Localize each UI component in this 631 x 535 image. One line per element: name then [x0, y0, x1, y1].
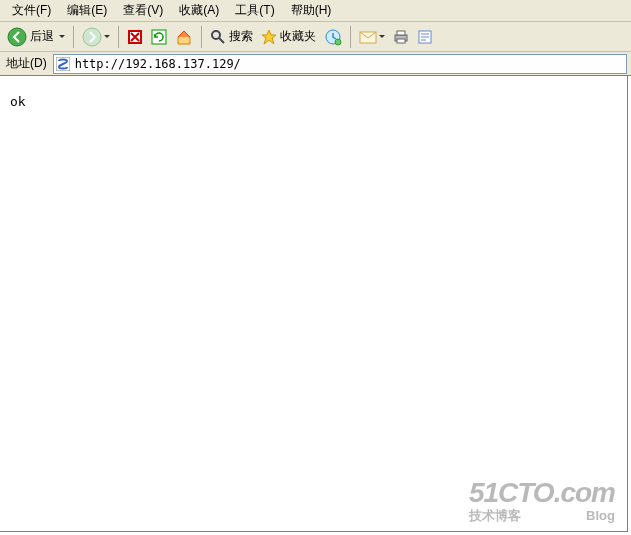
- search-button[interactable]: 搜索: [207, 25, 256, 49]
- watermark: 51CTO.com 技术博客 Blog: [469, 478, 615, 523]
- mail-button[interactable]: [356, 25, 388, 49]
- history-button[interactable]: [321, 25, 345, 49]
- refresh-button[interactable]: [148, 25, 170, 49]
- toolbar-separator: [118, 26, 119, 48]
- star-icon: [261, 29, 277, 45]
- back-button[interactable]: 后退: [4, 25, 68, 49]
- refresh-icon: [151, 29, 167, 45]
- back-dropdown-icon: [59, 35, 65, 38]
- forward-button[interactable]: [79, 25, 113, 49]
- svg-line-5: [219, 38, 224, 43]
- toolbar-separator: [350, 26, 351, 48]
- back-label: 后退: [30, 28, 54, 45]
- home-button[interactable]: [172, 25, 196, 49]
- svg-rect-3: [152, 30, 166, 44]
- menu-bar: 文件(F) 编辑(E) 查看(V) 收藏(A) 工具(T) 帮助(H): [0, 0, 631, 22]
- print-icon: [393, 29, 409, 45]
- svg-point-7: [335, 39, 341, 45]
- svg-rect-10: [397, 31, 405, 35]
- menu-view[interactable]: 查看(V): [115, 0, 171, 21]
- forward-icon: [82, 27, 102, 47]
- search-label: 搜索: [229, 28, 253, 45]
- favorites-button[interactable]: 收藏夹: [258, 25, 319, 49]
- edit-button[interactable]: [414, 25, 436, 49]
- mail-dropdown-icon: [379, 35, 385, 38]
- toolbar: 后退 搜索 收藏夹: [0, 22, 631, 52]
- history-icon: [324, 28, 342, 46]
- page-body-text: ok: [10, 94, 26, 109]
- back-icon: [7, 27, 27, 47]
- page-content: ok: [0, 76, 628, 532]
- mail-icon: [359, 29, 377, 45]
- stop-icon: [127, 29, 143, 45]
- favorites-label: 收藏夹: [280, 28, 316, 45]
- toolbar-separator: [73, 26, 74, 48]
- menu-file[interactable]: 文件(F): [4, 0, 59, 21]
- forward-dropdown-icon: [104, 35, 110, 38]
- stop-button[interactable]: [124, 25, 146, 49]
- menu-help[interactable]: 帮助(H): [283, 0, 340, 21]
- watermark-sub-left: 技术博客: [469, 509, 521, 523]
- svg-rect-11: [397, 39, 405, 43]
- svg-point-4: [212, 31, 220, 39]
- menu-tools[interactable]: 工具(T): [227, 0, 282, 21]
- svg-point-1: [83, 28, 101, 46]
- toolbar-separator: [201, 26, 202, 48]
- print-button[interactable]: [390, 25, 412, 49]
- address-bar: 地址(D): [0, 52, 631, 76]
- menu-favorites[interactable]: 收藏(A): [171, 0, 227, 21]
- watermark-main: 51CTO.com: [469, 478, 615, 509]
- address-label: 地址(D): [4, 55, 49, 72]
- home-icon: [175, 28, 193, 46]
- ie-page-icon: [56, 57, 70, 71]
- search-icon: [210, 29, 226, 45]
- menu-edit[interactable]: 编辑(E): [59, 0, 115, 21]
- url-input[interactable]: [73, 56, 624, 72]
- edit-icon: [417, 29, 433, 45]
- address-field[interactable]: [53, 54, 627, 74]
- svg-point-0: [8, 28, 26, 46]
- watermark-sub-right: Blog: [586, 509, 615, 523]
